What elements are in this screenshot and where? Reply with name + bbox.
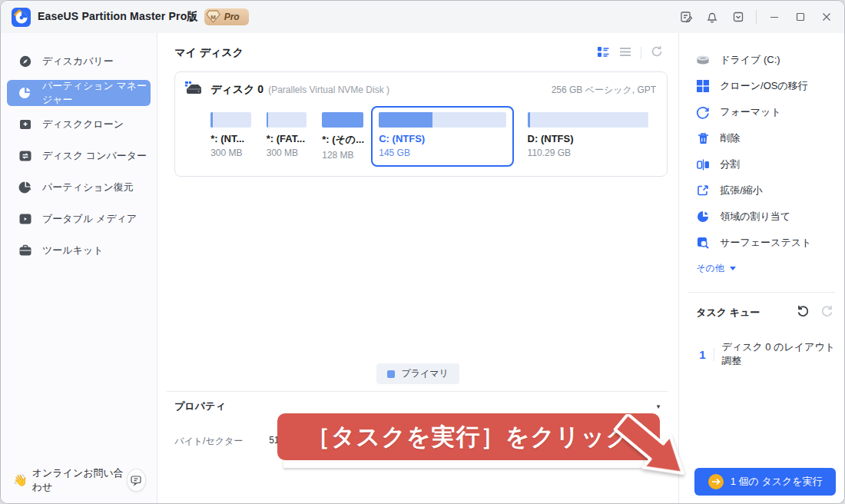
action-resize[interactable]: 拡張/縮小 [679, 177, 844, 204]
partition-name: C: (NTFS) [379, 133, 505, 144]
sidebar-item-label: ディスククローン [42, 118, 124, 131]
partition-bar [322, 112, 363, 128]
action-split[interactable]: 分割 [679, 151, 844, 177]
allocate-pie-icon [696, 210, 710, 224]
disk-name: ディスク 0 [210, 83, 263, 97]
action-label: 拡張/縮小 [720, 184, 763, 197]
chat-bubble-button[interactable] [127, 469, 147, 492]
partition-bar [210, 112, 251, 128]
partition-size: 128 MB [322, 150, 363, 161]
task-label: ディスク 0 のレイアウト調整 [722, 340, 844, 368]
action-clone-os-migration[interactable]: クローン/OSの移行 [679, 73, 844, 99]
undo-icon[interactable] [797, 305, 810, 320]
partition-cell[interactable]: *: (その... 128 MB [314, 106, 371, 167]
task-queue-title: タスク キュー [696, 306, 760, 320]
close-button[interactable] [814, 5, 840, 28]
collapse-caret-icon[interactable]: ▾ [657, 403, 661, 410]
toolbar-separator [641, 47, 641, 59]
partition-name: D: (NTFS) [528, 133, 649, 144]
sidebar-item-partition-recovery[interactable]: パーティション復元 [7, 174, 151, 201]
action-label: クローン/OSの移行 [720, 79, 808, 93]
pro-badge-label: Pro [224, 12, 240, 22]
split-icon [696, 158, 710, 171]
partition-size: 110.29 GB [528, 148, 649, 158]
disk-summary: 256 GB ベーシック, GPT [552, 84, 657, 97]
grid-view-icon[interactable] [597, 46, 610, 61]
sidebar-item-disk-clone[interactable]: ディスククローン [7, 111, 151, 138]
sidebar-item-toolkit[interactable]: ツールキット [7, 237, 151, 264]
partition-cell[interactable]: *: (FAT... 300 MB [259, 106, 315, 167]
online-contact-label: オンラインお問い合わせ [32, 466, 127, 494]
callout-text: ［タスクを実行］をクリック [307, 421, 631, 453]
partition-bar [267, 112, 307, 128]
property-label: バイト/セクター [174, 435, 269, 448]
action-format[interactable]: フォーマット [679, 99, 844, 125]
maximize-button[interactable] [787, 5, 814, 28]
action-allocate-space[interactable]: 領域の割り当て [679, 204, 844, 230]
medal-icon: M [206, 10, 220, 23]
surface-test-icon [696, 236, 710, 250]
execute-tasks-button[interactable]: 1 個の タスクを実行 [694, 468, 836, 496]
partition-name: *: (FAT... [267, 133, 307, 144]
app-title: EaseUS Partition Master Pro版 [38, 10, 198, 24]
action-label: フォーマット [720, 105, 781, 119]
format-icon [696, 105, 710, 119]
action-label: 分割 [720, 158, 740, 171]
sidebar-item-discovery[interactable]: ディスカバリー [7, 48, 151, 75]
trash-icon [696, 131, 710, 145]
list-view-icon[interactable] [619, 46, 631, 60]
legend-primary: プライマリ [376, 363, 459, 384]
right-action-panel: ドライブ (C:) クローン/OSの移行 フォーマット 削除 分割 拡張/縮小 [678, 33, 844, 503]
execute-tasks-label: 1 個の タスクを実行 [731, 475, 823, 489]
titlebar-separator [756, 10, 757, 24]
minimize-button[interactable] [761, 5, 787, 28]
more-actions-link[interactable]: その他 [679, 262, 844, 275]
partition-size: 145 GB [379, 148, 505, 158]
notification-bell-icon[interactable] [699, 5, 725, 28]
wave-hand-icon: 👋 [13, 473, 28, 487]
action-label: 削除 [720, 131, 740, 145]
tray-menu-icon[interactable] [725, 5, 751, 28]
legend-label: プライマリ [401, 367, 448, 380]
partition-size: 300 MB [267, 148, 307, 158]
app-logo-icon [12, 8, 31, 27]
compass-icon [18, 54, 33, 69]
redo-icon[interactable] [820, 305, 833, 320]
pie-chart-icon [18, 85, 33, 101]
task-queue-item[interactable]: 1 ディスク 0 のレイアウト調整 [699, 340, 844, 368]
refresh-icon[interactable] [651, 45, 663, 61]
properties-title: プロパティ [174, 400, 226, 413]
action-drive-c[interactable]: ドライブ (C:) [679, 47, 844, 73]
resize-icon [696, 184, 710, 197]
sidebar-item-label: パーティション マネージャー [42, 79, 151, 107]
arrow-circle-icon [708, 474, 724, 489]
sidebar-item-bootable-media[interactable]: ブータブル メディア [7, 206, 151, 232]
partition-cell[interactable]: *: (NT... 300 MB [203, 106, 259, 167]
action-surface-test[interactable]: サーフェーステスト [679, 230, 844, 256]
sidebar-item-label: ディスカバリー [42, 55, 114, 68]
partition-row: *: (NT... 300 MB *: (FAT... 300 MB *: (そ… [184, 106, 656, 167]
bootable-media-icon [18, 211, 33, 227]
action-label: ドライブ (C:) [720, 53, 780, 67]
chevron-down-icon [730, 267, 736, 270]
partition-bar [528, 112, 649, 128]
sidebar-item-label: ブータブル メディア [42, 212, 137, 226]
sidebar-item-label: ディスク コンバーター [42, 149, 147, 163]
partition-cell-c-selected[interactable]: C: (NTFS) 145 GB [371, 106, 513, 167]
page-title: マイ ディスク [174, 46, 244, 60]
partition-recovery-icon [18, 180, 33, 195]
windows-logo-icon [696, 79, 710, 93]
sidebar-item-label: パーティション復元 [42, 181, 134, 194]
partition-cell[interactable]: D: (NTFS) 110.29 GB [520, 106, 657, 167]
online-contact-row: 👋 オンラインお問い合わせ [1, 463, 157, 503]
title-bar: EaseUS Partition Master Pro版 M Pro [1, 1, 844, 33]
feedback-icon[interactable] [673, 5, 699, 28]
sidebar-item-disk-converter[interactable]: ディスク コンバーター [7, 143, 151, 169]
sidebar-item-label: ツールキット [42, 244, 104, 257]
disk-drive-icon [184, 80, 203, 100]
task-index: 1 [699, 348, 714, 361]
action-delete[interactable]: 削除 [679, 125, 844, 151]
hard-drive-icon [696, 53, 710, 67]
disk-clone-icon [18, 117, 33, 132]
sidebar-item-partition-manager[interactable]: パーティション マネージャー [7, 80, 151, 106]
